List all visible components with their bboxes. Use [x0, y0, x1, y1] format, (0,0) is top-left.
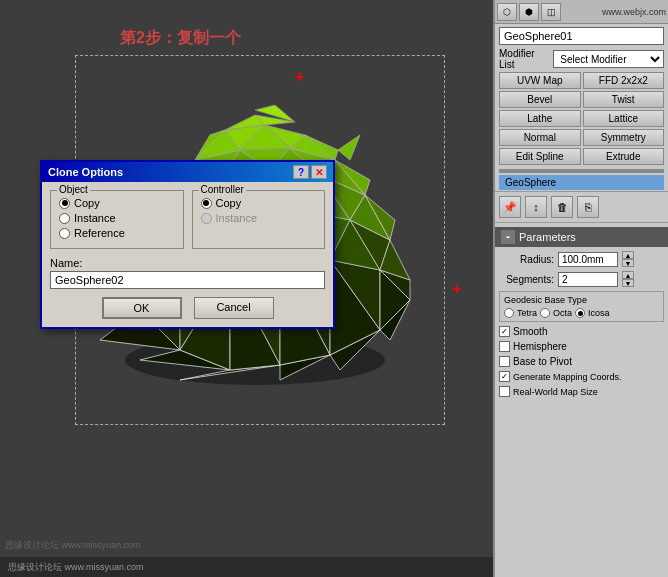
name-input[interactable] [50, 271, 325, 289]
toolbar-icon-2[interactable]: ⬢ [519, 3, 539, 21]
top-toolbar: ⬡ ⬢ ◫ www.webjx.com [495, 0, 668, 24]
lathe-button[interactable]: Lathe [499, 110, 581, 127]
pin-icon-btn[interactable]: 📌 [499, 196, 521, 218]
move-icon-btn[interactable]: ↕ [525, 196, 547, 218]
tetra-radio[interactable] [504, 308, 514, 318]
object-reference-row[interactable]: Reference [59, 227, 175, 239]
dialog-close-button[interactable]: ✕ [311, 165, 327, 179]
radius-label: Radius: [499, 254, 554, 265]
object-copy-row[interactable]: Copy [59, 197, 175, 209]
extrude-button[interactable]: Extrude [583, 148, 665, 165]
right-panel: ⬡ ⬢ ◫ www.webjx.com GeoSphere01 Modifier… [493, 0, 668, 577]
modifier-list-label: Modifier List [499, 48, 551, 70]
geodesic-title: Geodesic Base Type [504, 295, 659, 305]
edit-spline-button[interactable]: Edit Spline [499, 148, 581, 165]
segments-up-btn[interactable]: ▲ [622, 271, 634, 279]
icosa-label: Icosa [588, 308, 610, 318]
radius-spinner: ▲ ▼ [622, 251, 634, 267]
geosphere-stack-item[interactable]: GeoSphere [499, 175, 664, 190]
remove-icon-btn[interactable]: 🗑 [551, 196, 573, 218]
ok-button[interactable]: OK [102, 297, 182, 319]
object-reference-radio[interactable] [59, 228, 70, 239]
octa-label: Octa [553, 308, 572, 318]
status-text: 思缘设计论坛 www.missyuan.com [8, 561, 144, 574]
segments-input[interactable] [558, 272, 618, 287]
controller-group-title: Controller [199, 184, 246, 195]
radius-up-btn[interactable]: ▲ [622, 251, 634, 259]
lattice-button[interactable]: Lattice [583, 110, 665, 127]
radius-row: Radius: ▲ ▼ [495, 249, 668, 269]
base-pivot-checkbox[interactable] [499, 356, 510, 367]
cross-marker-right: + [452, 280, 461, 298]
controller-copy-label: Copy [216, 197, 242, 209]
object-group: Object Copy Instance Reference [50, 190, 184, 249]
name-label: Name: [50, 257, 325, 269]
toolbar-icon-1[interactable]: ⬡ [497, 3, 517, 21]
params-title: Parameters [519, 231, 576, 243]
bevel-button[interactable]: Bevel [499, 91, 581, 108]
ffd-button[interactable]: FFD 2x2x2 [583, 72, 665, 89]
radius-down-btn[interactable]: ▼ [622, 259, 634, 267]
controller-instance-radio[interactable] [201, 213, 212, 224]
dialog-body: Object Copy Instance Reference [42, 182, 333, 327]
realworld-row[interactable]: Real-World Map Size [495, 384, 668, 399]
object-instance-radio[interactable] [59, 213, 70, 224]
tetra-label: Tetra [517, 308, 537, 318]
mapping-coords-checkbox[interactable]: ✓ [499, 371, 510, 382]
smooth-checkbox[interactable]: ✓ [499, 326, 510, 337]
icosa-radio[interactable] [575, 308, 585, 318]
name-section: Name: [50, 257, 325, 289]
segments-row: Segments: ▲ ▼ [495, 269, 668, 289]
geodesic-radio-row: Tetra Octa Icosa [504, 308, 659, 318]
base-pivot-row[interactable]: Base to Pivot [495, 354, 668, 369]
uvw-map-button[interactable]: UVW Map [499, 72, 581, 89]
params-collapse-btn[interactable]: - [501, 230, 515, 244]
realworld-label: Real-World Map Size [513, 387, 598, 397]
dialog-title: Clone Options [48, 166, 123, 178]
params-header: - Parameters [495, 227, 668, 247]
octa-radio[interactable] [540, 308, 550, 318]
object-copy-radio[interactable] [59, 198, 70, 209]
bottom-bar: 思缘设计论坛 www.missyuan.com [0, 557, 493, 577]
radius-input[interactable] [558, 252, 618, 267]
hemisphere-checkbox[interactable] [499, 341, 510, 352]
segments-spinner: ▲ ▼ [622, 271, 634, 287]
geodesic-box: Geodesic Base Type Tetra Octa Icosa [499, 291, 664, 322]
dialog-help-button[interactable]: ? [293, 165, 309, 179]
panel-icons-row: 📌 ↕ 🗑 ⎘ [495, 191, 668, 223]
modifier-stack-header [499, 169, 664, 173]
hemisphere-label: Hemisphere [513, 341, 567, 352]
mapping-coords-label: Generate Mapping Coords. [513, 372, 622, 382]
object-instance-row[interactable]: Instance [59, 212, 175, 224]
hemisphere-row[interactable]: Hemisphere [495, 339, 668, 354]
cancel-button[interactable]: Cancel [194, 297, 274, 319]
modifier-list-dropdown[interactable]: Select Modifier [553, 50, 664, 68]
object-name-field[interactable]: GeoSphere01 [499, 27, 664, 45]
realworld-checkbox[interactable] [499, 386, 510, 397]
copy-mod-btn[interactable]: ⎘ [577, 196, 599, 218]
twist-button[interactable]: Twist [583, 91, 665, 108]
watermark-left: 思缘设计论坛 www.missyuan.com [5, 539, 141, 552]
dialog-title-buttons: ? ✕ [293, 165, 327, 179]
normal-button[interactable]: Normal [499, 129, 581, 146]
controller-instance-row[interactable]: Instance [201, 212, 317, 224]
dialog-panels: Object Copy Instance Reference [50, 190, 325, 249]
dialog-title-bar: Clone Options ? ✕ [42, 162, 333, 182]
controller-copy-row[interactable]: Copy [201, 197, 317, 209]
mapping-coords-row[interactable]: ✓ Generate Mapping Coords. [495, 369, 668, 384]
object-reference-label: Reference [74, 227, 125, 239]
object-copy-label: Copy [74, 197, 100, 209]
website-label: www.webjx.com [602, 7, 666, 17]
symmetry-button[interactable]: Symmetry [583, 129, 665, 146]
smooth-label: Smooth [513, 326, 547, 337]
segments-down-btn[interactable]: ▼ [622, 279, 634, 287]
controller-instance-label: Instance [216, 212, 258, 224]
clone-dialog: Clone Options ? ✕ Object Copy [40, 160, 335, 329]
modifier-btn-grid: UVW Map FFD 2x2x2 Bevel Twist Lathe Latt… [499, 72, 664, 165]
base-pivot-label: Base to Pivot [513, 356, 572, 367]
smooth-row[interactable]: ✓ Smooth [495, 324, 668, 339]
object-instance-label: Instance [74, 212, 116, 224]
controller-copy-radio[interactable] [201, 198, 212, 209]
toolbar-icon-3[interactable]: ◫ [541, 3, 561, 21]
modifier-list-row: Modifier List Select Modifier [499, 48, 664, 70]
